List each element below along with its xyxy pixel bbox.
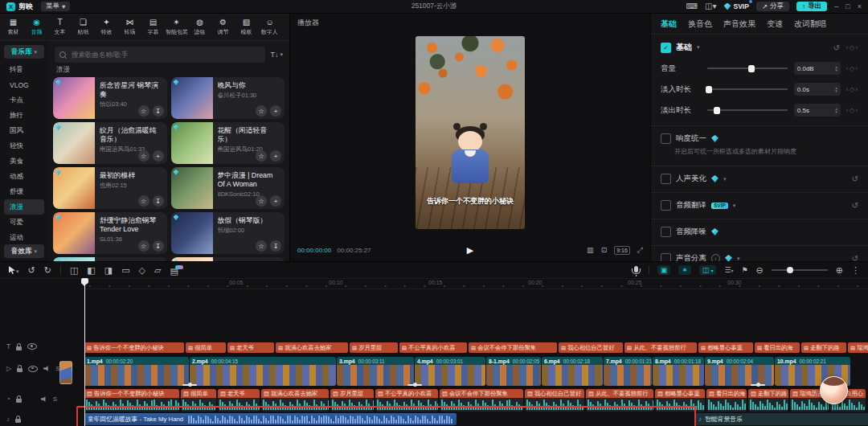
stepper-arrows[interactable]: ▴▾ [835, 86, 837, 92]
reset-icon[interactable]: ↺ [852, 174, 858, 183]
video-clip[interactable]: 7.mp400:00:01:21 [604, 357, 652, 386]
video-clip[interactable]: 8-1.mp400:00:02:05 [486, 357, 541, 386]
download-icon[interactable]: ↧ [153, 195, 164, 207]
add-to-track-icon[interactable]: + [270, 105, 281, 117]
text-clip[interactable]: ▤岁月里甜 [350, 342, 398, 353]
mask-icon[interactable]: ◇ [139, 266, 145, 275]
basic-checkbox[interactable]: ✓ [661, 43, 671, 53]
sidebar-item-可爱[interactable]: 可爱 [4, 215, 44, 230]
aspect-ratio-button[interactable]: 9:16 [614, 246, 630, 255]
video-clip[interactable]: 8.mp400:00:01:18 [653, 357, 704, 386]
tts-audio-clip[interactable]: ▤我心相信自己暂好 [525, 389, 584, 412]
keyframe-control[interactable]: ‹◇› [846, 106, 858, 114]
sidebar-item-卡点[interactable]: 卡点 [4, 92, 44, 108]
share-button[interactable]: ↗ 分享 [756, 2, 789, 11]
zoom-in-icon[interactable]: ⊕ [836, 266, 843, 275]
keyframe-control[interactable]: ‹◇› [846, 85, 858, 93]
sidebar-item-浪漫[interactable]: 浪漫 [4, 199, 44, 215]
video-clip[interactable]: 2.mp400:00:04:15 [190, 357, 336, 386]
keyframe-control[interactable]: ‹◇› [846, 43, 858, 51]
assistant-avatar[interactable] [820, 376, 848, 404]
auto-snap-icon[interactable]: ▣ [657, 265, 671, 275]
sidebar-item-旅行[interactable]: 旅行 [4, 108, 44, 123]
menu-button[interactable]: 菜单 ▾ [41, 2, 70, 11]
favorite-icon[interactable]: ☆ [256, 150, 267, 162]
close-button[interactable]: × [858, 2, 862, 10]
render-quality-icon[interactable]: ▥ [587, 246, 594, 254]
toolbar-item-transition[interactable]: ⋈转场 [118, 18, 141, 36]
toolbar-item-filters[interactable]: ◍滤镜 [188, 18, 211, 36]
download-icon[interactable]: ↧ [153, 240, 164, 252]
crop-left-icon[interactable]: ◧ [87, 266, 95, 275]
keyframe-control[interactable]: ‹◇› [846, 64, 858, 72]
sidebar-item-舒缓[interactable]: 舒缓 [4, 184, 44, 199]
layout-switch-icon[interactable]: ◫▾ [705, 2, 716, 10]
add-to-track-icon[interactable]: + [270, 150, 281, 162]
sidebar-item-轻快[interactable]: 轻快 [4, 138, 44, 154]
download-icon[interactable]: ↧ [270, 240, 281, 252]
stepper-arrows[interactable]: ▴▾ [835, 65, 837, 72]
favorite-icon[interactable]: ☆ [256, 105, 267, 117]
preview-axis-icon[interactable]: ◫▾ [699, 265, 717, 275]
sidebar-item-国风[interactable]: 国风 [4, 123, 44, 138]
favorite-icon[interactable]: ☆ [138, 105, 149, 117]
sound-effects-dropdown[interactable]: 音效库 ▾ [4, 244, 44, 258]
record-voiceover-icon[interactable] [634, 266, 638, 272]
song-card[interactable]: 放假（钢琴版）韩瑞02:00☆↧ [171, 212, 285, 254]
song-card[interactable]: 花醒（闲适轻音乐）南国追风鸟01:20☆+ [171, 122, 285, 164]
tts-audio-clip[interactable]: ▤老天爷 [218, 389, 260, 412]
slider-track[interactable] [707, 109, 788, 111]
split-icon[interactable]: ◫ [70, 266, 78, 275]
tts-audio-clip[interactable]: ▤不公平真的小欢喜 [375, 389, 438, 412]
maximize-button[interactable]: □ [845, 2, 850, 10]
text-clip[interactable]: ▤会议不会停下那份聚集 [469, 342, 557, 353]
toolbar-item-media[interactable]: ▦素材 [2, 18, 25, 36]
toolbar-item-templates[interactable]: ▧模板 [235, 18, 258, 36]
favorite-icon[interactable]: ☆ [138, 150, 149, 162]
toolbar-item-sticker[interactable]: ❏贴纸 [72, 18, 95, 36]
video-clip[interactable]: 6.mp400:00:02:18 [542, 357, 603, 386]
smart-bgm-clip[interactable]: ♪ 智能背景音乐 [694, 413, 868, 425]
tab-改词翻唱[interactable]: 改词翻唱 [794, 18, 826, 30]
lock-icon[interactable] [15, 419, 21, 423]
download-icon[interactable]: ↧ [153, 105, 164, 117]
smart-caption-icon[interactable]: ▤ [170, 265, 183, 276]
favorite-icon[interactable]: ☆ [138, 195, 149, 207]
favorite-icon[interactable]: ☆ [256, 195, 267, 207]
chevron-down-icon[interactable]: ▾ [737, 256, 740, 262]
text-clip[interactable]: ▤瑞鸿历吉 [848, 342, 868, 353]
reset-icon[interactable]: ↺ [852, 201, 858, 210]
toolbar-item-digital-human[interactable]: ☺数字人 [258, 18, 281, 36]
favorite-icon[interactable]: ☆ [138, 240, 149, 252]
music-audio-clip[interactable]: 童年回忆温暖故事 - Take My Hand [84, 413, 457, 425]
tts-audio-clip[interactable]: ▤会议不会停下那份聚集 [440, 389, 523, 412]
text-clip[interactable]: ▤老天爷 [227, 342, 274, 353]
text-clip[interactable]: ▤就满心欢喜去她家 [276, 342, 348, 353]
text-clip[interactable]: ▤我心相信自己暂好 [559, 342, 623, 353]
song-card[interactable]: 晚风与你春川松子01:30☆+ [171, 77, 285, 119]
lock-icon[interactable] [16, 346, 22, 350]
lock-icon[interactable] [16, 399, 22, 403]
fullscreen-icon[interactable]: ⤢ [637, 246, 643, 255]
minimize-button[interactable]: – [834, 2, 838, 10]
add-to-track-icon[interactable]: + [270, 195, 281, 207]
zoom-out-icon[interactable]: ⊖ [756, 266, 764, 275]
keyboard-shortcut-icon[interactable]: ⌨ [686, 2, 698, 10]
cover-icon[interactable]: ⚑ [741, 267, 747, 274]
tab-声音效果[interactable]: 声音效果 [723, 18, 755, 30]
toolbar-item-effects[interactable]: ✦特效 [95, 18, 118, 36]
track-height-icon[interactable]: ☰▾ [724, 267, 733, 274]
chevron-down-icon[interactable]: ▾ [723, 176, 727, 182]
timeline-zoom-slider[interactable] [772, 269, 828, 271]
transition-marker[interactable] [182, 383, 197, 387]
tts-audio-clip[interactable]: ▤都略显心事重 [655, 389, 705, 412]
lock-icon[interactable] [17, 368, 23, 372]
linkage-icon[interactable]: ✶ [678, 265, 691, 275]
song-card[interactable]: 云朵（治愈温柔纯音乐）南国追风鸟01:20☆+ [171, 257, 285, 261]
value-box[interactable]: 0.5s▴▾ [794, 104, 841, 117]
checkbox-voice-beautify[interactable] [661, 174, 671, 184]
toolbar-item-captions[interactable]: ▤字幕 [141, 18, 165, 36]
text-clip[interactable]: ▤从此、不要孤独前行 [624, 342, 697, 353]
reset-icon[interactable]: ↺ [852, 254, 858, 261]
slider-thumb[interactable] [748, 65, 755, 72]
